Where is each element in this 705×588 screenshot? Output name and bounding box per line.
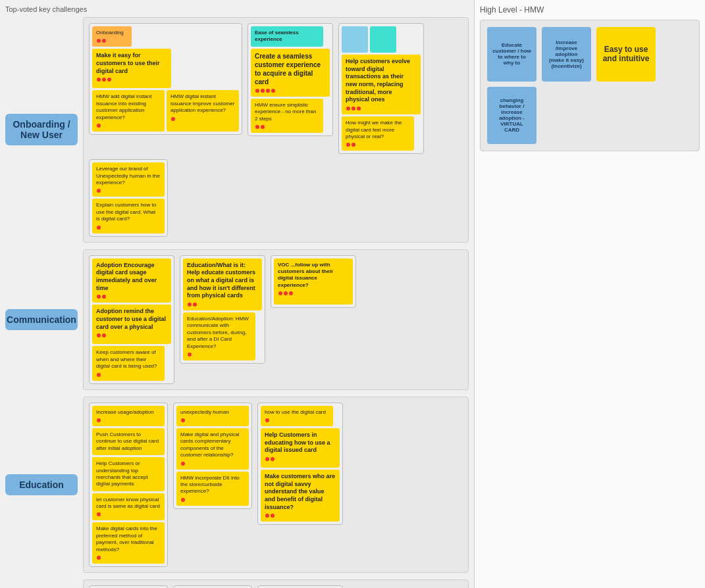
row-education: Education Increase usage/adoption Push C… [5,397,469,573]
cluster: Increase usage/adoption Push Customers t… [89,403,168,567]
label-communication: Communication [5,309,78,330]
sticky-note: Adoption remind the customer to use a di… [92,305,171,344]
cluster: how to use the digital card Help Custome… [257,403,343,526]
left-panel: Top-voted key challenges Onboarding / Ne… [0,0,474,588]
sticky-note: Increase usage/adoption [92,406,165,426]
content-security: create a magic card like apple that crea… [83,579,469,588]
row-security: Security create a magic card like apple … [5,579,469,588]
cluster-digital-physical: ensure that a digital version of their c… [173,585,252,588]
cluster: Help customers evolve toward digital tra… [338,23,424,154]
sticky-note: Make digital cards into the preferred me… [92,522,165,564]
hmw-grid: Educate customer / how to where to why t… [480,20,700,151]
hmw-card-2: Easy to use and intuitive [596,27,656,82]
label-onboarding: Onboarding / New User [5,114,78,145]
left-section-title: Top-voted key challenges [5,5,469,13]
sticky-note: Education/Adoption: HMW communicate with… [183,312,255,360]
cluster: Education/What is it: Help educate custo… [180,255,265,364]
sticky-note: Create a seamless customer experience to… [251,49,330,97]
sticky-note: How might we make the digital card feel … [342,116,414,151]
content-onboarding: Onboarding Make it easy for customers to… [83,17,469,243]
sticky-note: Education/What is it: Help educate custo… [183,258,262,310]
sticky-note: unexpectedly human [176,406,249,426]
label-education: Education [5,474,78,495]
cluster: Onboarding Make it easy for customers to… [89,23,242,135]
row-communication: Communication Adoption Encourage digital… [5,249,469,390]
hmw-card-1: Increase /Improve adoption (make it easy… [542,27,591,82]
sticky-group [342,26,421,53]
sticky-note: Push Customers to continue to use digita… [92,428,165,455]
right-section-title: High Level - HMW [480,5,700,14]
sticky-note: HMW add digital instant issuance into ex… [92,90,165,132]
cluster-explain-safe: Give customers assurance that their digi… [257,585,343,588]
sticky-note: how to use the digital card [261,406,333,426]
sticky-note: VOC ...follow up with customers about th… [274,258,353,305]
main-container: Top-voted key challenges Onboarding / Ne… [0,0,705,588]
sticky-note [342,26,368,53]
sticky-note: HMW ensure simplistic experience - no mo… [251,99,323,133]
sticky-note: HMW digital instant issuance improve cus… [167,90,239,132]
row-onboarding: Onboarding / New User Onboarding Make it… [5,17,469,243]
sticky-note: HMW incorporate DII into the store/curbs… [176,472,249,506]
sticky-note: Adoption Encourage digital card usage im… [92,258,171,303]
sticky-group: Onboarding [92,26,239,47]
sticky-note: Make digital and physical cards compleme… [176,428,249,470]
sticky-group: HMW add digital instant issuance into ex… [92,90,239,132]
sticky-note: Help Customers in educating how to use a… [261,428,340,468]
sticky-note: Keep customers aware of when and where t… [92,346,165,380]
cluster-fraud: create a magic card like apple that crea… [89,585,168,588]
sticky-note: let customer know physical card is same … [92,493,165,521]
hmw-card-3: changing behavior / increase adoption - … [487,87,536,145]
sticky-note: Onboarding [92,26,132,47]
sticky-note: Help customers evolve toward digital tra… [342,55,421,114]
sticky-note: Ease of seamless experience [251,26,323,47]
cluster: Leverage our brand of Unexpectedly human… [89,159,168,236]
sticky-note: Leverage our brand of Unexpectedly human… [92,162,165,197]
sticky-note: Help Customers or understanding top merc… [92,457,165,491]
sticky-note: Explain customers how to use the digital… [92,199,165,233]
content-communication: Adoption Encourage digital card usage im… [83,249,469,390]
cluster: unexpectedly human Make digital and phys… [173,403,252,509]
cluster: VOC ...follow up with customers about th… [271,255,356,308]
right-panel: High Level - HMW Educate customer / how … [474,0,705,588]
cluster: Ease of seamless experience Create a sea… [248,23,333,136]
sticky-note [370,26,396,53]
sticky-note: Make customers who are not digital savvy… [261,470,340,522]
cluster: Adoption Encourage digital card usage im… [89,255,174,384]
hmw-card-0: Educate customer / how to where to why t… [487,27,536,82]
sticky-note: Make it easy for customers to use their … [92,49,171,88]
content-education: Increase usage/adoption Push Customers t… [83,397,469,573]
